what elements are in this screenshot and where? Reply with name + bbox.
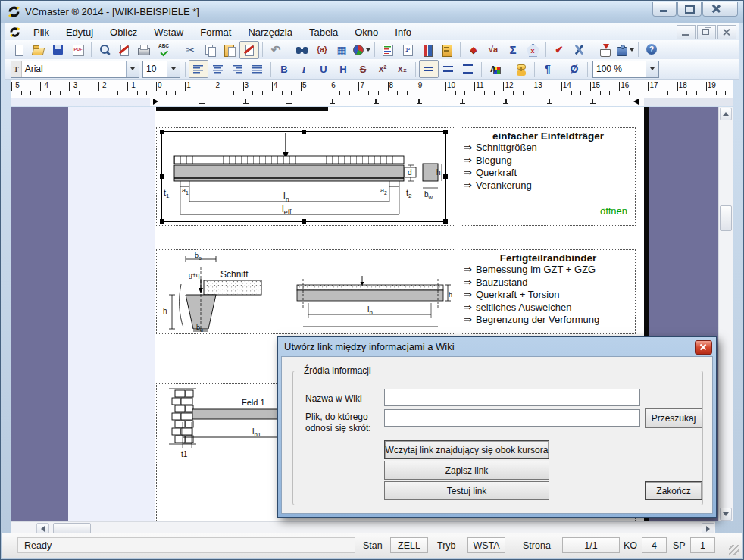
underline-button[interactable]: U bbox=[314, 60, 333, 78]
bookmark-icon[interactable]: ◆ bbox=[464, 41, 483, 59]
selected-image-frame[interactable]: t1 a1 a2 t2 ln leff d h bbox=[161, 131, 446, 222]
file-path-input[interactable] bbox=[384, 409, 640, 427]
print-icon[interactable] bbox=[134, 41, 154, 59]
import-book-icon[interactable] bbox=[596, 41, 615, 59]
tab-stop-marker[interactable] bbox=[330, 99, 335, 104]
align-justify-button[interactable] bbox=[248, 60, 267, 78]
tab-stop-marker[interactable] bbox=[243, 99, 249, 104]
page-number-icon[interactable]: 1² bbox=[398, 41, 417, 59]
tab-stop-marker[interactable] bbox=[460, 99, 465, 104]
mdi-close-button[interactable] bbox=[717, 25, 736, 39]
vertical-scrollbar[interactable] bbox=[718, 107, 733, 521]
italic-button[interactable]: I bbox=[294, 60, 314, 78]
formula-export-icon[interactable]: x bbox=[523, 41, 542, 59]
marker-pen-icon[interactable] bbox=[239, 41, 259, 59]
load-link-button[interactable]: Wczytaj link znajdujący się obok kursora bbox=[384, 440, 549, 459]
tab-stop-marker[interactable] bbox=[417, 99, 422, 104]
diagram-button[interactable] bbox=[511, 60, 531, 78]
scroll-up-button[interactable] bbox=[720, 108, 732, 120]
close-button[interactable] bbox=[702, 2, 738, 17]
empty-set-button[interactable]: Ø bbox=[564, 60, 584, 78]
dialog-close-icon[interactable] bbox=[695, 340, 712, 355]
mdi-minimize-button[interactable] bbox=[677, 25, 696, 39]
selection-handle[interactable] bbox=[443, 219, 448, 224]
resize-grip[interactable] bbox=[729, 545, 739, 555]
tab-stop-marker[interactable] bbox=[199, 99, 205, 104]
right-margin-marker[interactable] bbox=[633, 99, 639, 105]
print-preview-icon[interactable] bbox=[95, 41, 114, 59]
scroll-down-button[interactable] bbox=[720, 508, 732, 521]
paragraph-marks-button[interactable]: ¶ bbox=[538, 60, 558, 78]
font-select[interactable]: TArial bbox=[11, 61, 139, 78]
variable-icon[interactable]: {a} bbox=[312, 41, 332, 59]
left-margin-marker[interactable] bbox=[153, 99, 158, 105]
save-link-button[interactable]: Zapisz link bbox=[384, 461, 549, 480]
hidden-text-button[interactable]: H bbox=[333, 60, 353, 78]
mdi-restore-button[interactable] bbox=[697, 25, 716, 39]
open-file-icon[interactable] bbox=[29, 41, 48, 59]
menu-info[interactable]: Info bbox=[386, 25, 420, 39]
align-left-button[interactable] bbox=[189, 60, 208, 78]
spacing-double-button[interactable] bbox=[458, 60, 478, 78]
zoom-select[interactable]: 100 % bbox=[592, 61, 659, 78]
minimize-button[interactable] bbox=[652, 2, 677, 17]
spellcheck-icon[interactable]: ABC bbox=[154, 41, 173, 59]
copy-icon[interactable] bbox=[200, 41, 220, 59]
align-center-button[interactable] bbox=[208, 60, 228, 78]
font-size-select-dropdown[interactable] bbox=[167, 61, 180, 77]
new-document-icon[interactable] bbox=[9, 41, 29, 59]
maximize-button[interactable] bbox=[677, 2, 702, 17]
tab-stop-marker[interactable] bbox=[503, 99, 508, 104]
root-formula-icon[interactable]: √a bbox=[483, 41, 503, 59]
search-button[interactable]: Przeszukaj bbox=[645, 408, 702, 428]
menu-wstaw[interactable]: Wstaw bbox=[145, 25, 192, 39]
table-icon[interactable]: ▦ bbox=[332, 41, 352, 59]
image-block-randbinder[interactable]: Schnitt bo g+q h bu bbox=[156, 249, 455, 334]
image-block-einfeldtraeger[interactable]: t1 a1 a2 t2 ln leff d h bbox=[156, 127, 455, 226]
selection-handle[interactable] bbox=[302, 219, 306, 224]
menu-format[interactable]: Format bbox=[192, 25, 239, 39]
cut-icon[interactable]: ✂ bbox=[180, 41, 200, 59]
tools-icon[interactable] bbox=[569, 41, 589, 59]
menu-narzędzia[interactable]: Narzędzia bbox=[239, 25, 301, 39]
spacing-150-button[interactable] bbox=[439, 60, 458, 78]
tab-stop-marker[interactable] bbox=[590, 99, 596, 104]
spacing-single-button[interactable] bbox=[419, 60, 439, 78]
save-pdf-icon[interactable]: PDF bbox=[68, 41, 88, 59]
zoom-select-dropdown[interactable] bbox=[646, 61, 658, 77]
font-color-button[interactable]: A bbox=[485, 60, 505, 78]
menu-okno[interactable]: Okno bbox=[346, 25, 386, 39]
addons-icon[interactable] bbox=[615, 41, 635, 59]
menu-plik[interactable]: Plik bbox=[25, 25, 58, 39]
menu-oblicz[interactable]: Oblicz bbox=[102, 25, 145, 39]
selection-handle[interactable] bbox=[160, 174, 164, 179]
selection-handle[interactable] bbox=[160, 219, 164, 224]
selection-handle[interactable] bbox=[443, 174, 448, 179]
tab-stop-marker[interactable] bbox=[547, 99, 552, 104]
strikethrough-button[interactable]: S bbox=[353, 60, 373, 78]
font-select-dropdown[interactable] bbox=[126, 61, 139, 77]
tab-stop-marker[interactable] bbox=[374, 99, 379, 104]
menu-edytuj[interactable]: Edytuj bbox=[58, 25, 102, 39]
selection-handle[interactable] bbox=[443, 130, 448, 134]
selection-handle[interactable] bbox=[302, 130, 306, 134]
finish-button[interactable]: Zakończ bbox=[645, 481, 702, 500]
selection-handle[interactable] bbox=[160, 130, 164, 134]
sum-icon[interactable]: Σ bbox=[503, 41, 523, 59]
font-size-select[interactable]: 10 bbox=[142, 61, 180, 78]
vertical-scroll-thumb[interactable] bbox=[720, 205, 732, 231]
chart-icon[interactable] bbox=[352, 41, 371, 59]
archive-icon[interactable] bbox=[437, 41, 457, 59]
list-icon[interactable] bbox=[378, 41, 398, 59]
menu-tabela[interactable]: Tabela bbox=[301, 25, 346, 39]
tab-stop-marker[interactable] bbox=[286, 99, 292, 104]
open-link[interactable]: öffnen bbox=[600, 205, 627, 217]
undo-icon[interactable]: ↶ bbox=[266, 41, 286, 59]
bold-button[interactable]: B bbox=[274, 60, 294, 78]
superscript-button[interactable]: x² bbox=[373, 60, 392, 78]
recalculate-check-icon[interactable]: ✔ bbox=[549, 41, 569, 59]
find-icon[interactable] bbox=[292, 41, 312, 59]
help-icon[interactable]: ? bbox=[642, 41, 661, 59]
binder-icon[interactable] bbox=[417, 41, 437, 59]
align-right-button[interactable] bbox=[228, 60, 248, 78]
